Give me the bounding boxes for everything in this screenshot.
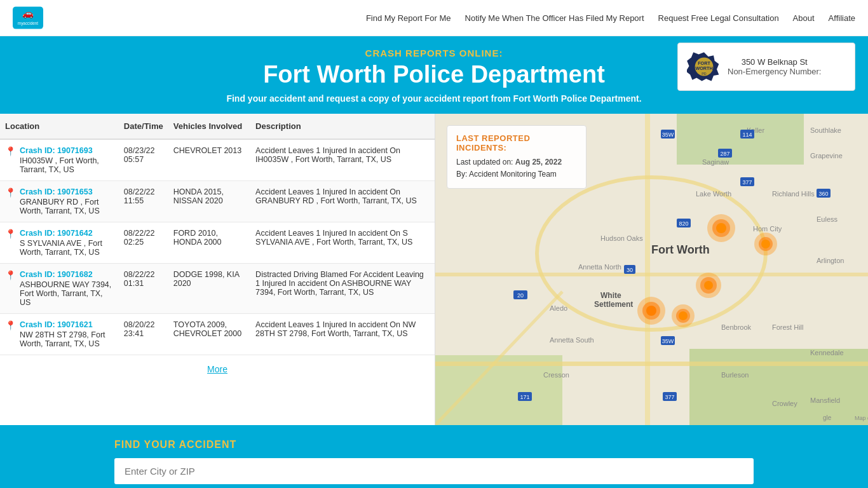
svg-text:gle: gle (823, 414, 832, 421)
svg-text:30: 30 (627, 267, 633, 273)
cell-description: Accident Leaves 1 Injured In accident On… (250, 222, 435, 264)
location-text: NW 28TH ST 2798, Fort Worth, Tarrant, TX… (20, 330, 105, 348)
svg-text:Fort Worth: Fort Worth (651, 243, 710, 256)
table-row: 📍 Crash ID: 19071642 S SYLVANIA AVE , Fo… (0, 222, 435, 264)
svg-text:171: 171 (520, 394, 529, 400)
nav-about[interactable]: About (793, 13, 815, 23)
svg-text:Crowley: Crowley (772, 400, 797, 407)
main-content: Location Date/Time Vehicles Involved Des… (0, 114, 868, 425)
svg-rect-13 (645, 114, 650, 425)
crash-id-link[interactable]: Crash ID: 19071693 (20, 146, 114, 155)
location-text: S SYLVANIA AVE , Fort Worth, Tarrant, TX… (20, 239, 102, 257)
police-dept-card: FORT WORTH PD 350 W Belknap St Non-Emerg… (677, 43, 855, 91)
cell-vehicles: FORD 2010, HONDA 2000 (168, 222, 250, 264)
crash-id-link[interactable]: Crash ID: 19071653 (20, 187, 114, 196)
find-accident-section: FIND YOUR ACCIDENT (0, 425, 868, 488)
cell-vehicles: HONDA 2015, NISSAN 2020 (168, 181, 250, 222)
table-row: 📍 Crash ID: 19071693 IH0035W , Fort Wort… (0, 139, 435, 181)
cell-datetime: 08/22/22 02:25 (119, 222, 168, 264)
col-location: Location (0, 114, 119, 139)
police-badge-icon: FORT WORTH PD (687, 50, 721, 84)
cell-datetime: 08/22/22 11:55 (119, 181, 168, 222)
logo-icon: 🚗 myaccident (13, 5, 43, 30)
table-row: 📍 Crash ID: 19071621 NW 28TH ST 2798, Fo… (0, 314, 435, 355)
nav-find-report[interactable]: Find My Report For Me (366, 13, 451, 23)
map-section: Keller Southlake Grapevine Saginaw Lake … (435, 114, 868, 425)
col-description: Description (250, 114, 435, 139)
svg-text:Forest Hill: Forest Hill (772, 323, 804, 331)
svg-text:Lake Worth: Lake Worth (696, 190, 731, 198)
svg-rect-12 (689, 349, 868, 425)
svg-text:Saginaw: Saginaw (702, 158, 729, 166)
cell-datetime: 08/22/22 01:31 (119, 264, 168, 314)
cell-description: Accident Leaves 1 Injured In accident On… (250, 181, 435, 222)
location-pin-icon: 📍 (5, 146, 16, 156)
svg-text:287: 287 (720, 151, 729, 157)
svg-text:WORTH: WORTH (695, 65, 712, 71)
svg-text:🚗: 🚗 (22, 8, 34, 19)
last-reported-overlay: LAST REPORTED INCIDENTS: Last updated on… (447, 125, 587, 189)
svg-text:myaccident: myaccident (18, 21, 39, 26)
svg-text:Annetta North: Annetta North (578, 263, 621, 271)
svg-point-68 (761, 240, 770, 248)
location-text: IH0035W , Fort Worth, Tarrant, TX, US (20, 156, 99, 174)
svg-text:White: White (600, 291, 621, 300)
cell-location: 📍 Crash ID: 19071682 ASHBOURNE WAY 7394,… (0, 264, 119, 314)
col-vehicles: Vehicles Involved (168, 114, 250, 139)
location-pin-icon: 📍 (5, 320, 16, 330)
incidents-table-section: Location Date/Time Vehicles Involved Des… (0, 114, 435, 425)
nav-legal[interactable]: Request Free Legal Consultation (658, 13, 779, 23)
svg-text:Hom City: Hom City (753, 225, 782, 233)
hero-banner: CRASH REPORTS ONLINE: Fort Worth Police … (0, 36, 868, 114)
svg-text:Arlington: Arlington (817, 257, 844, 264)
lri-by: By: Accident Monitoring Team (456, 168, 577, 180)
cell-datetime: 08/23/22 05:57 (119, 139, 168, 181)
nav-notify[interactable]: Notify Me When The Officer Has Filed My … (465, 13, 644, 23)
crash-id-link[interactable]: Crash ID: 19071642 (20, 229, 114, 238)
svg-text:Annetta South: Annetta South (550, 336, 594, 344)
svg-point-74 (646, 306, 656, 316)
cell-location: 📍 Crash ID: 19071642 S SYLVANIA AVE , Fo… (0, 222, 119, 264)
crash-id-link[interactable]: Crash ID: 19071621 (20, 320, 114, 329)
location-pin-icon: 📍 (5, 270, 16, 280)
cell-description: Distracted Driving Blamed For Accident L… (250, 264, 435, 314)
svg-text:Hudson Oaks: Hudson Oaks (600, 234, 643, 242)
cell-vehicles: TOYOTA 2009, CHEVROLET 2000 (168, 314, 250, 355)
lri-title: LAST REPORTED INCIDENTS: (456, 133, 577, 152)
more-link[interactable]: More (0, 355, 435, 383)
cell-location: 📍 Crash ID: 19071653 GRANBURY RD , Fort … (0, 181, 119, 222)
pd-address: 350 W Belknap St (728, 57, 821, 67)
city-zip-input[interactable] (114, 458, 754, 484)
cell-datetime: 08/20/22 23:41 (119, 314, 168, 355)
col-datetime: Date/Time (119, 114, 168, 139)
svg-text:Mansfield: Mansfield (810, 396, 840, 404)
crash-id-link[interactable]: Crash ID: 19071682 (20, 270, 114, 279)
cell-location: 📍 Crash ID: 19071693 IH0035W , Fort Wort… (0, 139, 119, 181)
logo[interactable]: 🚗 myaccident (13, 5, 43, 30)
table-header-row: Location Date/Time Vehicles Involved Des… (0, 114, 435, 139)
svg-point-77 (679, 311, 688, 320)
svg-text:Grapevine: Grapevine (810, 152, 843, 159)
svg-point-65 (716, 223, 726, 233)
svg-text:Richland Hills: Richland Hills (772, 190, 815, 198)
svg-text:377: 377 (742, 179, 752, 186)
location-text: GRANBURY RD , Fort Worth, Tarrant, TX, U… (20, 198, 100, 215)
pd-info: 350 W Belknap St Non-Emergency Number: (728, 57, 821, 76)
svg-text:Southlake: Southlake (810, 126, 841, 134)
location-pin-icon: 📍 (5, 187, 16, 198)
location-pin-icon: 📍 (5, 229, 16, 239)
pd-nonemergency: Non-Emergency Number: (728, 67, 821, 76)
lri-updated: Last updated on: Aug 25, 2022 (456, 156, 577, 168)
cell-vehicles: CHEVROLET 2013 (168, 139, 250, 181)
svg-text:Aledo: Aledo (550, 304, 567, 312)
svg-text:35W: 35W (662, 132, 674, 138)
svg-text:Benbrook: Benbrook (721, 323, 752, 331)
find-accident-title: FIND YOUR ACCIDENT (114, 439, 754, 451)
nav-links: Find My Report For Me Notify Me When The… (366, 13, 855, 23)
incidents-table: Location Date/Time Vehicles Involved Des… (0, 114, 435, 355)
navigation: 🚗 myaccident Find My Report For Me Notif… (0, 0, 868, 36)
nav-affiliate[interactable]: Affiliate (829, 13, 855, 23)
location-text: ASHBOURNE WAY 7394, Fort Worth, Tarrant,… (20, 280, 111, 307)
svg-rect-10 (677, 114, 804, 165)
svg-text:Kennedale: Kennedale (810, 349, 844, 356)
